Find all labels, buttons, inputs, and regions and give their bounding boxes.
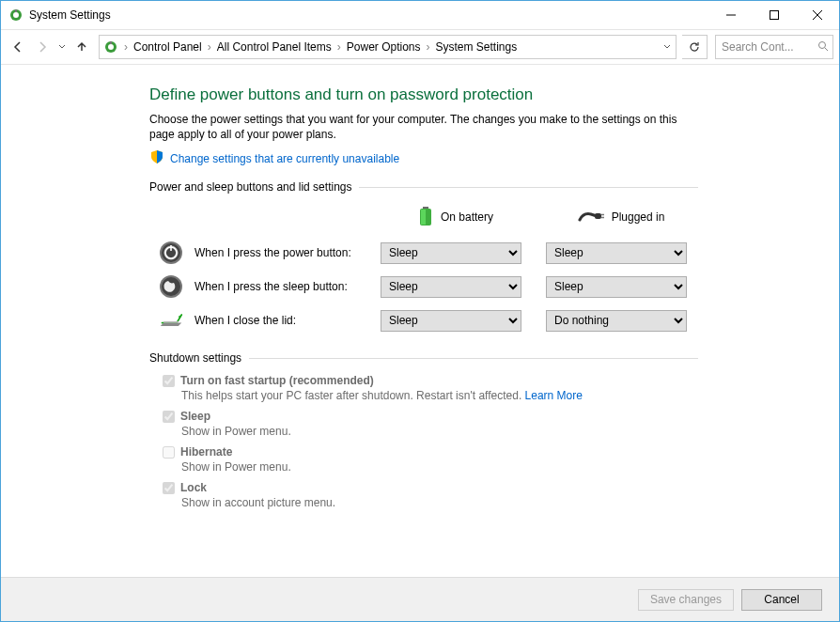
nav-up-button[interactable] — [70, 36, 93, 58]
window-controls — [709, 1, 839, 29]
sleep-button-on-battery-select[interactable]: Do nothingSleepHibernateShut down — [381, 276, 521, 298]
address-dropdown[interactable] — [659, 43, 676, 51]
divider — [249, 358, 698, 359]
lid-plugged-in-select[interactable]: Do nothingSleepHibernateShut down — [546, 310, 687, 332]
svg-rect-13 — [595, 213, 601, 219]
nav-back-button[interactable] — [7, 36, 29, 58]
close-button[interactable] — [796, 1, 839, 29]
sleep-button-icon — [159, 274, 183, 299]
breadcrumb-item[interactable]: Power Options — [343, 40, 425, 54]
change-unavailable-settings-link[interactable]: Change settings that are currently unava… — [170, 152, 399, 165]
shutdown-checkbox-hib[interactable] — [163, 446, 175, 459]
admin-link-row: Change settings that are currently unava… — [149, 149, 698, 167]
on-battery-header: On battery — [381, 203, 531, 231]
shutdown-section-header: Shutdown settings — [149, 351, 698, 365]
lid-on-battery-select[interactable]: Do nothingSleepHibernateShut down — [381, 310, 521, 332]
shutdown-desc: Show in Power menu. — [181, 460, 698, 474]
shutdown-label: Turn on fast startup (recommended) — [180, 374, 374, 387]
save-changes-button[interactable]: Save changes — [638, 589, 734, 611]
svg-rect-1 — [15, 9, 17, 12]
chevron-right-icon[interactable]: › — [424, 40, 431, 54]
shutdown-checkbox-fast[interactable] — [163, 375, 175, 387]
power-sleep-section-header: Power and sleep buttons and lid settings — [149, 180, 698, 194]
chevron-right-icon[interactable]: › — [122, 40, 130, 54]
lid-row-label: When I close the lid: — [159, 308, 366, 333]
section-title: Shutdown settings — [149, 351, 241, 365]
chevron-right-icon[interactable]: › — [335, 40, 343, 54]
page-intro: Choose the power settings that you want … — [149, 112, 698, 142]
svg-point-8 — [819, 41, 826, 48]
shutdown-desc: Show in Power menu. — [181, 425, 698, 438]
app-icon — [8, 8, 23, 23]
nav-history-dropdown[interactable] — [55, 36, 69, 58]
shutdown-label: Hibernate — [180, 445, 232, 459]
dialog-footer: Save changes Cancel — [1, 577, 839, 621]
battery-icon — [418, 205, 433, 230]
learn-more-link[interactable]: Learn More — [525, 389, 583, 402]
sleep-button-plugged-in-select[interactable]: Do nothingSleepHibernateShut down — [546, 276, 687, 298]
search-input[interactable] — [720, 39, 797, 54]
minimize-button[interactable] — [709, 1, 753, 29]
content-area: Define power buttons and turn on passwor… — [1, 65, 839, 577]
shutdown-settings-section: Shutdown settings Turn on fast startup (… — [149, 351, 698, 509]
maximize-button[interactable] — [753, 1, 796, 29]
page-heading: Define power buttons and turn on passwor… — [149, 86, 698, 104]
sleep-button-row-label: When I press the sleep button: — [159, 274, 366, 299]
breadcrumb-item[interactable]: System Settings — [431, 40, 521, 54]
plugged-in-header: Plugged in — [546, 203, 696, 231]
shutdown-item-hib: HibernateShow in Power menu. — [163, 445, 698, 474]
navigation-bar: › Control Panel › All Control Panel Item… — [1, 29, 839, 65]
shutdown-label: Lock — [180, 481, 207, 494]
power-button-plugged-in-select[interactable]: Do nothingSleepHibernateShut down — [546, 242, 687, 264]
power-options-icon — [103, 39, 118, 54]
breadcrumb-item[interactable]: All Control Panel Items — [213, 40, 335, 54]
shutdown-desc: This helps start your PC faster after sh… — [181, 389, 698, 402]
nav-forward-button[interactable] — [31, 36, 54, 58]
titlebar: System Settings — [1, 1, 839, 29]
power-button-row-label: When I press the power button: — [159, 241, 366, 265]
shutdown-checkbox-sleep[interactable] — [163, 411, 175, 423]
refresh-button[interactable] — [682, 35, 708, 59]
shutdown-item-sleep: SleepShow in Power menu. — [163, 410, 698, 438]
shutdown-item-fast: Turn on fast startup (recommended)This h… — [163, 374, 698, 402]
svg-rect-7 — [110, 41, 112, 44]
shield-icon — [149, 149, 164, 167]
cancel-button[interactable]: Cancel — [741, 589, 822, 611]
breadcrumb-item[interactable]: Control Panel — [130, 40, 206, 54]
shutdown-item-lock: LockShow in account picture menu. — [163, 481, 698, 509]
shutdown-label: Sleep — [180, 410, 210, 423]
shutdown-desc: Show in account picture menu. — [181, 496, 698, 509]
svg-rect-3 — [770, 11, 779, 20]
shutdown-checkbox-lock[interactable] — [163, 482, 175, 494]
system-settings-window: System Settings › Control Panel › All Co… — [0, 0, 840, 622]
window-title: System Settings — [29, 8, 111, 22]
divider — [359, 187, 698, 188]
section-title: Power and sleep buttons and lid settings — [149, 180, 351, 194]
chevron-right-icon[interactable]: › — [206, 40, 213, 54]
svg-line-9 — [825, 48, 828, 51]
svg-rect-12 — [421, 210, 426, 225]
shutdown-settings-list: Turn on fast startup (recommended)This h… — [163, 374, 698, 509]
power-settings-grid: On battery Plugged in When I press the p… — [159, 203, 698, 333]
power-button-icon — [159, 241, 183, 265]
address-bar[interactable]: › Control Panel › All Control Panel Item… — [99, 35, 677, 59]
plug-icon — [578, 209, 604, 226]
search-icon — [817, 40, 829, 54]
power-button-on-battery-select[interactable]: Do nothingSleepHibernateShut down — [381, 242, 521, 264]
search-box[interactable] — [715, 35, 833, 59]
laptop-lid-icon — [159, 308, 183, 333]
